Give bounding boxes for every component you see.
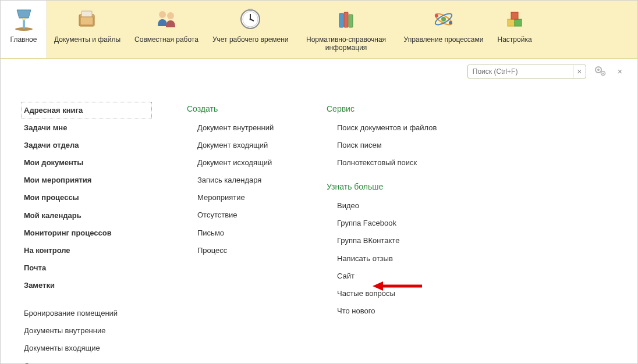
svg-rect-15 <box>344 12 348 27</box>
learn-facebook[interactable]: Группа Facebook <box>327 215 478 232</box>
search-bar: × × <box>1 59 637 84</box>
clock-icon <box>236 5 264 33</box>
create-header: Создать <box>187 102 292 119</box>
service-header: Сервис <box>327 102 478 119</box>
create-process[interactable]: Процесс <box>187 242 292 259</box>
svg-point-6 <box>159 11 166 18</box>
content-area: Адресная книга Задачи мне Задачи отдела … <box>1 84 637 364</box>
svg-point-21 <box>449 21 452 24</box>
toolbar-item-time[interactable]: Учет рабочего времени <box>205 1 296 58</box>
nav-monitoring[interactable]: Мониторинг процессов <box>24 224 152 242</box>
toolbar-item-process[interactable]: Управление процессами <box>397 1 491 58</box>
blocks-icon <box>501 5 529 33</box>
search-box: × <box>467 65 586 78</box>
toolbar-label: Документы и файлы <box>54 35 120 44</box>
toolbar-label: Настройка <box>498 35 532 44</box>
people-icon <box>153 5 180 33</box>
nav-docs-internal[interactable]: Документы внутренние <box>24 322 152 340</box>
nav-my-docs[interactable]: Мои документы <box>24 154 152 172</box>
folder-docs-icon <box>73 5 101 33</box>
nav-my-events[interactable]: Мои мероприятия <box>24 172 152 189</box>
nav-dept-tasks[interactable]: Задачи отдела <box>24 137 152 154</box>
search-clear-button[interactable]: × <box>573 65 586 78</box>
service-fulltext-search[interactable]: Полнотекстовый поиск <box>327 154 478 172</box>
books-icon <box>332 5 360 33</box>
nav-mail[interactable]: Почта <box>24 259 152 277</box>
navigation-column: Адресная книга Задачи мне Задачи отдела … <box>24 102 152 364</box>
create-incoming-doc[interactable]: Документ входящий <box>187 137 292 154</box>
learn-faq[interactable]: Частые вопросы <box>327 285 478 302</box>
svg-point-2 <box>22 18 26 20</box>
nav-my-tasks[interactable]: Задачи мне <box>24 119 152 137</box>
svg-point-12 <box>250 19 251 20</box>
nav-docs-outgoing[interactable]: Документы исходящие <box>24 357 152 364</box>
create-letter[interactable]: Письмо <box>187 224 292 242</box>
nav-notes[interactable]: Заметки <box>24 277 152 294</box>
learn-feedback[interactable]: Написать отзыв <box>327 250 478 267</box>
search-input[interactable] <box>468 66 573 77</box>
toolbar-label: Учет рабочего времени <box>212 35 289 44</box>
svg-rect-24 <box>511 12 518 19</box>
svg-rect-22 <box>508 19 515 26</box>
create-outgoing-doc[interactable]: Документ исходящий <box>187 154 292 172</box>
close-icon[interactable]: × <box>614 67 626 76</box>
toolbar-item-main[interactable]: Главное <box>1 1 47 58</box>
nav-booking[interactable]: Бронирование помещений <box>24 305 152 322</box>
toolbar-label: Нормативно-справочная информация <box>303 35 390 52</box>
toolbar-label: Совместная работа <box>134 35 199 44</box>
learn-whatsnew[interactable]: Что нового <box>327 302 478 320</box>
svg-point-19 <box>441 17 446 22</box>
learn-vkontakte[interactable]: Группа ВКонтакте <box>327 232 478 249</box>
svg-point-28 <box>602 72 604 74</box>
learn-site[interactable]: Сайт <box>327 267 478 285</box>
svg-rect-23 <box>515 19 522 26</box>
create-column: Создать Документ внутренний Документ вхо… <box>187 102 292 364</box>
create-absence[interactable]: Отсутствие <box>187 206 292 224</box>
process-icon <box>430 5 458 33</box>
create-internal-doc[interactable]: Документ внутренний <box>187 119 292 137</box>
learn-header: Узнать больше <box>327 180 478 197</box>
service-doc-search[interactable]: Поиск документов и файлов <box>327 119 478 137</box>
lamp-icon <box>10 5 38 33</box>
svg-rect-13 <box>248 9 253 11</box>
nav-my-calendar[interactable]: Мой календарь <box>24 207 152 224</box>
nav-my-processes[interactable]: Мои процессы <box>24 189 152 206</box>
svg-rect-14 <box>339 13 343 27</box>
svg-point-7 <box>167 12 174 19</box>
toolbar-label: Главное <box>10 35 37 44</box>
nav-control[interactable]: На контроле <box>24 242 152 259</box>
create-event[interactable]: Мероприятие <box>187 189 292 206</box>
toolbar-item-settings[interactable]: Настройка <box>491 1 539 58</box>
svg-rect-5 <box>80 17 93 25</box>
create-calendar-entry[interactable]: Запись календаря <box>187 172 292 189</box>
svg-point-20 <box>435 14 438 17</box>
learn-video[interactable]: Видео <box>327 197 478 215</box>
nav-address-book[interactable]: Адресная книга <box>22 102 152 119</box>
gear-icon[interactable] <box>591 66 609 78</box>
svg-point-26 <box>597 69 600 71</box>
toolbar-item-collab[interactable]: Совместная работа <box>127 1 205 58</box>
toolbar-item-docs[interactable]: Документы и файлы <box>47 1 127 58</box>
toolbar-item-reference[interactable]: Нормативно-справочная информация <box>296 1 397 58</box>
main-toolbar: Главное Документы и файлы Совместная раб… <box>1 1 637 59</box>
service-learn-column: Сервис Поиск документов и файлов Поиск п… <box>327 102 478 364</box>
svg-rect-16 <box>349 15 353 27</box>
service-mail-search[interactable]: Поиск писем <box>327 137 478 154</box>
toolbar-label: Управление процессами <box>404 35 484 44</box>
nav-docs-incoming[interactable]: Документы входящие <box>24 340 152 357</box>
